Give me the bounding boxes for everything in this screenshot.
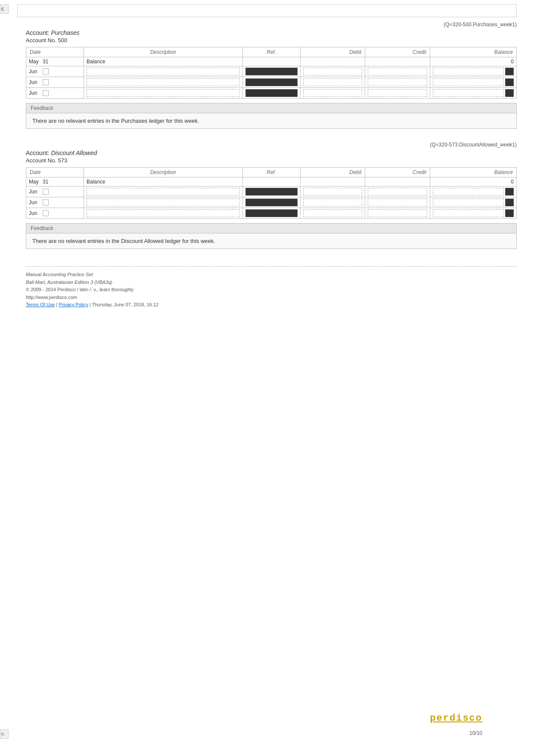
date-cell: May 31 bbox=[26, 177, 84, 187]
ref-cell-input[interactable] bbox=[242, 66, 300, 77]
debit-cell-input[interactable] bbox=[300, 88, 365, 99]
debit-cell bbox=[300, 57, 365, 66]
discount-feedback: Feedback There are no relevant entries i… bbox=[26, 223, 517, 249]
balance-cell-input[interactable] bbox=[430, 197, 517, 208]
debit-cell-input[interactable] bbox=[300, 208, 365, 219]
ref-cell-input[interactable] bbox=[242, 88, 300, 99]
description-cell-input[interactable] bbox=[84, 66, 243, 77]
date-month: Jun bbox=[29, 90, 41, 96]
credit-input[interactable] bbox=[368, 209, 427, 217]
purchases-query: (Q=320-500.Purchases_week1) bbox=[26, 22, 517, 28]
ref-cell-input[interactable] bbox=[242, 77, 300, 88]
table-row: Jun bbox=[26, 77, 517, 88]
ref-cell-input[interactable] bbox=[242, 197, 300, 208]
description-input[interactable] bbox=[87, 68, 240, 75]
debit-input[interactable] bbox=[303, 68, 363, 75]
credit-input[interactable] bbox=[368, 199, 427, 206]
purchases-col-debit: Debit bbox=[300, 47, 365, 57]
purchases-section: (Q=320-500.Purchases_week1) Account: Pur… bbox=[26, 22, 517, 129]
balance-cell-input[interactable] bbox=[430, 208, 517, 219]
balance-input[interactable] bbox=[433, 89, 504, 97]
terms-of-use-link[interactable]: Terms Of Use bbox=[26, 302, 55, 307]
description-input[interactable] bbox=[87, 188, 240, 196]
date-month: May bbox=[29, 179, 41, 185]
credit-cell-input[interactable] bbox=[365, 208, 430, 219]
credit-input[interactable] bbox=[368, 78, 427, 86]
debit-input[interactable] bbox=[303, 89, 363, 97]
description-cell-input[interactable] bbox=[84, 187, 243, 197]
credit-cell bbox=[365, 57, 430, 66]
discount-feedback-body: There are no relevant entries in the Dis… bbox=[26, 233, 516, 249]
debit-cell-input[interactable] bbox=[300, 66, 365, 77]
debit-input[interactable] bbox=[303, 188, 363, 196]
credit-input[interactable] bbox=[368, 68, 427, 75]
date-day-input[interactable] bbox=[43, 68, 49, 75]
description-cell-input[interactable] bbox=[84, 197, 243, 208]
discount-section: (Q=320-573.DiscountAllowed_week1) Accoun… bbox=[26, 142, 517, 249]
purchases-account-number: Account No. 500 bbox=[26, 37, 517, 44]
description-cell-input[interactable] bbox=[84, 88, 243, 99]
discount-account-number: Account No. 573 bbox=[26, 157, 517, 164]
credit-input[interactable] bbox=[368, 188, 427, 196]
description-input[interactable] bbox=[87, 78, 240, 86]
table-row: Jun bbox=[26, 66, 517, 77]
footer-line4: http://www.perdisco.com bbox=[26, 294, 517, 302]
balance-cell: 0 bbox=[430, 177, 517, 187]
description-input[interactable] bbox=[87, 199, 240, 206]
ref-input[interactable] bbox=[245, 209, 298, 217]
balance-cell: 0 bbox=[430, 57, 517, 66]
discount-query: (Q=320-573.DiscountAllowed_week1) bbox=[26, 142, 517, 148]
balance-cell-input[interactable] bbox=[430, 77, 517, 88]
debit-input[interactable] bbox=[303, 78, 363, 86]
debit-input[interactable] bbox=[303, 209, 363, 217]
balance-input[interactable] bbox=[433, 199, 504, 206]
credit-cell-input[interactable] bbox=[365, 77, 430, 88]
description-cell-input[interactable] bbox=[84, 77, 243, 88]
purchases-col-ref: Ref. bbox=[242, 47, 300, 57]
credit-input[interactable] bbox=[368, 89, 427, 97]
table-row: Jun bbox=[26, 208, 517, 219]
purchases-account-title: Account: Purchases bbox=[26, 29, 517, 36]
description-cell-input[interactable] bbox=[84, 208, 243, 219]
credit-cell-input[interactable] bbox=[365, 187, 430, 197]
credit-cell-input[interactable] bbox=[365, 197, 430, 208]
debit-cell-input[interactable] bbox=[300, 197, 365, 208]
discount-col-debit: Debit bbox=[300, 168, 365, 177]
date-cell: Jun bbox=[26, 208, 84, 219]
date-day-input[interactable] bbox=[43, 90, 49, 96]
table-row: May 31 Balance 0 bbox=[26, 57, 517, 66]
ref-input[interactable] bbox=[245, 188, 298, 196]
balance-cell-input[interactable] bbox=[430, 187, 517, 197]
ref-input[interactable] bbox=[245, 78, 298, 86]
date-cell: Jun bbox=[26, 77, 84, 88]
date-day: 31 bbox=[43, 179, 50, 185]
purchases-ledger-table: Date Description Ref. Debit Credit Balan… bbox=[26, 47, 517, 99]
debit-cell-input[interactable] bbox=[300, 187, 365, 197]
balance-dark-indicator bbox=[505, 209, 514, 217]
credit-cell-input[interactable] bbox=[365, 88, 430, 99]
description-input[interactable] bbox=[87, 89, 240, 97]
debit-input[interactable] bbox=[303, 199, 363, 206]
credit-cell-input[interactable] bbox=[365, 66, 430, 77]
date-day-input[interactable] bbox=[43, 79, 49, 85]
balance-dark-indicator bbox=[505, 78, 514, 86]
debit-cell-input[interactable] bbox=[300, 77, 365, 88]
balance-cell-input[interactable] bbox=[430, 66, 517, 77]
balance-input[interactable] bbox=[433, 209, 504, 217]
ref-input[interactable] bbox=[245, 199, 298, 206]
debit-cell bbox=[300, 177, 365, 187]
balance-input[interactable] bbox=[433, 78, 504, 86]
balance-input[interactable] bbox=[433, 68, 504, 75]
ref-cell-input[interactable] bbox=[242, 187, 300, 197]
balance-input[interactable] bbox=[433, 188, 504, 196]
balance-cell-input[interactable] bbox=[430, 88, 517, 99]
date-day-input[interactable] bbox=[43, 199, 49, 205]
description-input[interactable] bbox=[87, 209, 240, 217]
date-day-input[interactable] bbox=[43, 189, 49, 195]
ref-input[interactable] bbox=[245, 89, 298, 97]
balance-dark-indicator bbox=[505, 188, 514, 196]
date-day-input[interactable] bbox=[43, 210, 49, 216]
privacy-policy-link[interactable]: Privacy Policy bbox=[59, 302, 88, 307]
ref-input[interactable] bbox=[245, 68, 298, 75]
ref-cell-input[interactable] bbox=[242, 208, 300, 219]
